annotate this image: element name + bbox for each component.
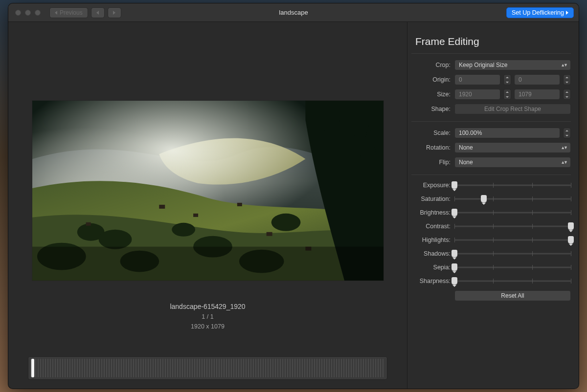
rotation-select[interactable]: None ▲▼ xyxy=(454,142,571,153)
slider-row: Highlights: xyxy=(411,236,571,244)
slider-row: Contrast: xyxy=(411,222,571,231)
svg-point-7 xyxy=(271,214,300,231)
rotation-label: Rotation: xyxy=(411,144,451,151)
frame-editing-panel: Frame Editing Crop: Keep Original Size ▲… xyxy=(407,22,579,389)
slider-label: Sepia: xyxy=(411,264,451,271)
edit-crop-shape-button[interactable]: Edit Crop Rect Shape xyxy=(454,104,571,114)
shape-label: Shape: xyxy=(411,106,451,112)
scale-label: Scale: xyxy=(411,130,451,136)
preview-image xyxy=(32,100,384,281)
slider-row: Brightness: xyxy=(411,208,571,217)
slider-row: Exposure: xyxy=(411,181,571,190)
svg-rect-15 xyxy=(159,205,165,209)
slider-label: Exposure: xyxy=(411,182,451,189)
slider-thumb[interactable] xyxy=(452,209,457,217)
svg-rect-16 xyxy=(193,214,198,217)
slider-label: Highlights: xyxy=(411,237,451,243)
slider-thumb[interactable] xyxy=(452,181,457,189)
slider[interactable] xyxy=(454,222,571,231)
slider-thumb[interactable] xyxy=(481,195,487,203)
size-h-stepper[interactable] xyxy=(563,89,571,100)
previous-button[interactable]: Previous xyxy=(49,7,88,18)
previous-label: Previous xyxy=(60,9,83,16)
back-button[interactable] xyxy=(91,7,105,18)
slider[interactable] xyxy=(454,263,571,272)
slider[interactable] xyxy=(454,249,571,258)
reset-all-button[interactable]: Reset All xyxy=(454,290,571,301)
updown-icon: ▲▼ xyxy=(561,145,566,150)
origin-x-field[interactable]: 0 xyxy=(454,74,500,85)
titlebar: Previous landscape Set Up Deflickering xyxy=(8,3,579,22)
flip-label: Flip: xyxy=(411,159,451,166)
playhead[interactable] xyxy=(31,359,34,377)
slider-thumb[interactable] xyxy=(452,277,457,285)
chevron-left-icon xyxy=(96,11,99,15)
slider[interactable] xyxy=(454,208,571,217)
chevron-right-icon xyxy=(113,11,115,15)
zoom-dot[interactable] xyxy=(35,10,41,16)
close-dot[interactable] xyxy=(15,10,21,16)
slider[interactable] xyxy=(454,181,571,190)
rotation-value: None xyxy=(459,144,473,151)
setup-deflickering-label: Set Up Deflickering xyxy=(512,9,564,16)
scale-stepper[interactable] xyxy=(563,128,571,138)
slider[interactable] xyxy=(454,236,571,244)
scale-field[interactable]: 100.00% xyxy=(454,128,560,138)
preview-filename: landscape-615429_1920 xyxy=(170,303,245,310)
panel-title: Frame Editing xyxy=(415,36,571,47)
setup-deflickering-button[interactable]: Set Up Deflickering xyxy=(506,7,574,18)
slider-row: Sharpness: xyxy=(411,277,571,285)
slider-thumb[interactable] xyxy=(568,236,574,244)
slider-label: Shadows: xyxy=(411,250,451,257)
svg-rect-17 xyxy=(237,203,242,206)
size-w-stepper[interactable] xyxy=(503,89,511,100)
crop-label: Crop: xyxy=(411,62,451,68)
preview-index: 1 / 1 xyxy=(170,313,245,320)
timeline[interactable] xyxy=(28,356,387,380)
slider-label: Saturation: xyxy=(411,196,451,202)
nav-buttons: Previous xyxy=(49,7,121,18)
crop-mode-select[interactable]: Keep Original Size ▲▼ xyxy=(454,60,571,70)
preview-dimensions: 1920 x 1079 xyxy=(170,323,245,330)
slider[interactable] xyxy=(454,195,571,203)
minimize-dot[interactable] xyxy=(25,10,31,16)
slider-label: Brightness: xyxy=(411,209,451,216)
preview-caption: landscape-615429_1920 1 / 1 1920 x 1079 xyxy=(170,303,245,330)
chevron-left-icon xyxy=(55,11,57,15)
svg-point-4 xyxy=(98,230,132,249)
sliders-group: Exposure:Saturation:Brightness:Contrast:… xyxy=(411,181,571,285)
slider-row: Sepia: xyxy=(411,263,571,272)
slider[interactable] xyxy=(454,277,571,285)
app-window: Previous landscape Set Up Deflickering xyxy=(8,3,579,389)
updown-icon: ▲▼ xyxy=(561,160,566,165)
flip-value: None xyxy=(459,159,473,166)
svg-rect-20 xyxy=(86,222,90,226)
slider-row: Saturation: xyxy=(411,195,571,203)
size-h-field[interactable]: 1079 xyxy=(514,89,560,100)
origin-x-stepper[interactable] xyxy=(503,74,511,85)
chevron-right-icon xyxy=(566,11,568,15)
slider-row: Shadows: xyxy=(411,249,571,258)
svg-point-5 xyxy=(172,223,195,237)
preview-pane: landscape-615429_1920 1 / 1 1920 x 1079 xyxy=(8,22,407,389)
flip-select[interactable]: None ▲▼ xyxy=(454,157,571,168)
svg-rect-18 xyxy=(266,232,272,236)
crop-mode-value: Keep Original Size xyxy=(459,62,507,68)
slider-thumb[interactable] xyxy=(568,222,574,230)
slider-label: Contrast: xyxy=(411,223,451,230)
body: landscape-615429_1920 1 / 1 1920 x 1079 … xyxy=(8,22,579,389)
forward-button[interactable] xyxy=(108,7,121,18)
slider-thumb[interactable] xyxy=(452,263,457,271)
size-w-field[interactable]: 1920 xyxy=(454,89,500,100)
origin-y-stepper[interactable] xyxy=(563,74,571,85)
size-label: Size: xyxy=(411,91,451,98)
slider-label: Sharpness: xyxy=(411,278,451,284)
origin-label: Origin: xyxy=(411,76,451,83)
origin-y-field[interactable]: 0 xyxy=(514,74,560,85)
slider-thumb[interactable] xyxy=(452,250,457,258)
traffic-lights xyxy=(8,10,41,16)
updown-icon: ▲▼ xyxy=(561,63,566,67)
svg-rect-21 xyxy=(32,247,384,281)
